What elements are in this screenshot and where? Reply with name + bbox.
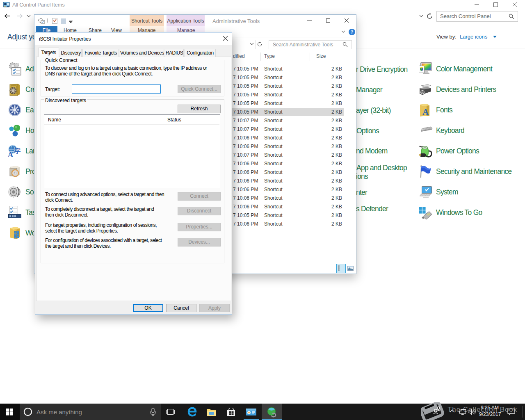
svg-text:A: A <box>422 107 429 117</box>
svg-text:字: 字 <box>14 147 21 154</box>
svg-text:A: A <box>8 151 13 158</box>
